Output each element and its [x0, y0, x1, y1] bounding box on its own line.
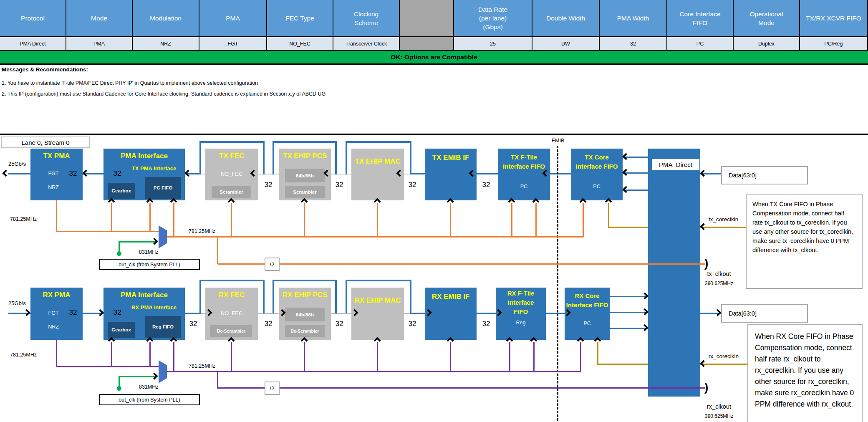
value-modulation[interactable]: NRZ — [133, 36, 199, 50]
tx-pma-title: TX PMA — [30, 152, 83, 160]
tx-div2-box: /2 — [265, 258, 280, 271]
value-pma[interactable]: FGT — [199, 36, 267, 50]
rx-freq-label-right: 781.25MHz — [189, 363, 215, 369]
tx-gap-width: 32 — [406, 181, 419, 189]
value-blank — [400, 36, 454, 50]
tx-bypass-riser — [410, 141, 411, 174]
rx-clock-col — [377, 342, 378, 372]
header-label: Mode — [91, 14, 107, 23]
tx-ftile-fifo-title2: Interface FIFO — [498, 163, 550, 170]
rx-bypass-exit — [410, 313, 425, 314]
rx-ftile-fifo-title2: Interface — [496, 299, 546, 306]
tx-serial-arrow — [3, 170, 10, 177]
tx-64b66b-subblock: 64b/66b — [285, 169, 325, 182]
rx-gap-width: 32 — [262, 320, 275, 328]
message-item-1: 1. You have to instantiate 'F-tile PMA/F… — [2, 80, 258, 86]
rx-pma-modulation: NRZ — [30, 324, 76, 330]
rx-ftile-fifo-title3: FIFO — [496, 308, 546, 315]
tx-clock-col — [377, 203, 378, 237]
tx-coreclkin-line — [608, 227, 648, 228]
tx-pll-clock-source-dot — [117, 251, 121, 256]
rx-pma-title: RX PMA — [30, 291, 83, 299]
header-fec-type: FEC Type — [267, 0, 333, 36]
tx-fec-title: TX FEC — [205, 152, 258, 160]
rx-bypass-riser — [199, 280, 201, 313]
tx-coreclkin-arrow — [700, 223, 707, 230]
tx-bypass-riser — [335, 141, 337, 174]
value-data-rate[interactable]: 25 — [454, 36, 532, 50]
rx-fec-mode: NO_FEC — [205, 310, 258, 316]
tx-pma-clock-riser — [56, 200, 57, 232]
header-label: Operational Mode — [743, 10, 790, 27]
tx-clock-col — [149, 203, 151, 232]
tx-link-pma-arrow — [83, 170, 90, 177]
pma-direct-block — [648, 149, 700, 397]
rx-bypass-entry — [185, 313, 201, 314]
rx-core-fifo-title2: Interface FIFO — [565, 301, 610, 308]
rx-coreclkin-riser — [597, 342, 598, 365]
tx-pma-interface-title: PMA Interface — [103, 152, 185, 160]
rx-div2-box: /2 — [265, 382, 280, 395]
tx-emib-if-title: TX EMIB IF — [425, 154, 477, 162]
header-core-interface-fifo: Core Interface FIFO — [667, 0, 734, 36]
rx-fec-title: RX FEC — [205, 291, 258, 299]
rx-outclk-box: out_clk (from System PLL) — [99, 394, 200, 405]
tx-clock-col — [511, 203, 512, 237]
message-item-2: 2. This IP (configuration) must use Stan… — [2, 91, 326, 97]
rx-coreclkin-label: rx_coreclkin — [709, 353, 739, 359]
header-data-rate: Data Rate (per lane) (Gbps) — [454, 0, 532, 36]
tx-freq-label-right: 781.25MHz — [189, 228, 215, 234]
tx-ftile-fifo-title1: TX F-Tile — [498, 154, 550, 161]
value-txrx-xcvr-fifo[interactable]: PC/Reg — [800, 36, 868, 50]
rx-clkout-label: rx_clkout — [696, 403, 742, 410]
rx-bypass-over-pcs — [273, 280, 337, 281]
status-banner: OK: Options are Compatible — [0, 50, 868, 65]
rx-clock-mux — [159, 360, 167, 383]
tx-pmadirect-arrow3 — [623, 186, 630, 193]
rx-clock-col — [533, 342, 535, 372]
value-core-interface-fifo[interactable]: PC — [667, 36, 734, 50]
tx-bypass-riser — [346, 141, 347, 174]
tx-clock-col — [231, 203, 232, 237]
value-fec-type[interactable]: NO_FEC — [267, 36, 333, 50]
tx-core-fifo-title2: Interface FIFO — [571, 163, 623, 170]
rx-pcs-descrambler-subblock: De-Scrambler — [285, 325, 325, 337]
tx-pcs-scrambler-subblock: Scrambler — [285, 186, 325, 198]
value-double-width[interactable]: DW — [532, 36, 600, 50]
tx-div2-riser — [217, 237, 218, 264]
tx-bypass-over-pcs — [273, 141, 337, 143]
rx-clkout-line — [218, 387, 705, 389]
rx-bypass-over-mac — [346, 280, 411, 281]
tx-scrambler-subblock: Scrambler — [212, 186, 251, 198]
tx-data-bus-box: Data[63:0] — [721, 166, 808, 184]
value-pma-width[interactable]: 32 — [600, 36, 667, 50]
tx-ehip-pcs-title: TX EHIP PCS — [279, 152, 331, 160]
tx-data-arrow — [700, 170, 707, 177]
value-protocol[interactable]: PMA Direct — [0, 36, 66, 50]
tx-outclk-box: out_clk (from System PLL) — [99, 259, 200, 270]
rx-pll-clock-arrow — [151, 373, 158, 380]
rx-ehip-mac-block — [351, 288, 404, 340]
rx-link-emib-ftile — [477, 313, 496, 314]
rx-pma-clock-riser — [56, 340, 57, 367]
tx-bypass-riser — [273, 141, 274, 174]
tx-clock-col — [450, 203, 451, 237]
rx-gap-width: 32 — [333, 320, 346, 328]
value-operational-mode[interactable]: Duplex — [734, 36, 800, 50]
header-label: FEC Type — [285, 14, 314, 23]
rx-div2-riser — [217, 372, 218, 389]
header-label: Protocol — [21, 14, 45, 23]
tx-serial-line — [8, 173, 30, 174]
rx-ftile-fifo-title1: RX F-Tile — [496, 290, 546, 297]
header-txrx-xcvr-fifo: TX/RX XCVR FIFO — [800, 0, 868, 36]
rx-ftile-fifo-mode: Reg — [496, 320, 546, 326]
value-mode[interactable]: PMA — [66, 36, 133, 50]
pma-direct-label: PMA_Direct — [652, 159, 699, 170]
rx-ehip-pcs-title: RX EHIP PCS — [279, 291, 331, 299]
value-clocking-scheme[interactable]: Transceiver Clock — [333, 36, 400, 50]
header-mode: Mode — [66, 0, 133, 36]
rx-emib-if-title: RX EMIB IF — [425, 293, 477, 301]
tx-clkout-label: tx_clkout — [696, 270, 742, 277]
tx-pma-width: 32 — [67, 169, 79, 178]
rx-pll-clock-source-dot — [117, 386, 121, 391]
